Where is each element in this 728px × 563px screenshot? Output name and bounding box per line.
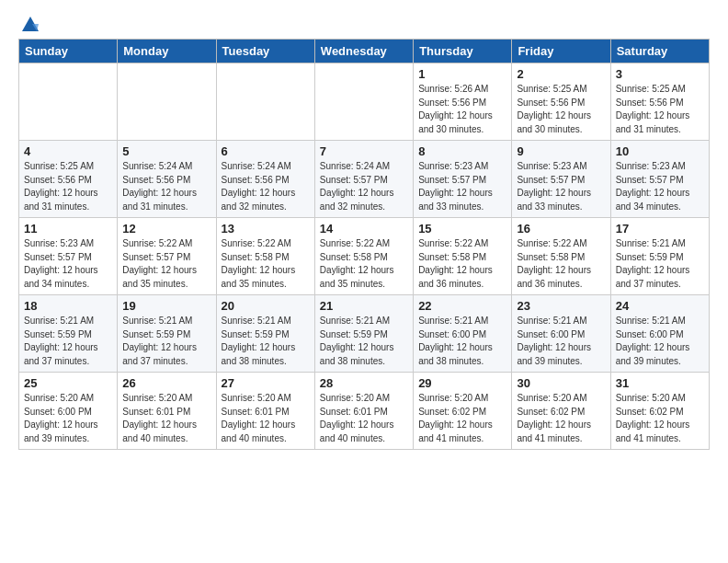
day-number: 3: [616, 67, 704, 81]
day-number: 8: [418, 144, 506, 158]
header: [18, 15, 710, 31]
day-info: Sunrise: 5:23 AMSunset: 5:57 PMDaylight:…: [616, 160, 704, 213]
day-info: Sunrise: 5:25 AMSunset: 5:56 PMDaylight:…: [616, 83, 704, 136]
day-number: 29: [418, 376, 506, 390]
calendar-week-1: 1Sunrise: 5:26 AMSunset: 5:56 PMDaylight…: [19, 63, 710, 141]
calendar-cell: 9Sunrise: 5:23 AMSunset: 5:57 PMDaylight…: [512, 141, 610, 218]
day-info: Sunrise: 5:25 AMSunset: 5:56 PMDaylight:…: [517, 83, 605, 136]
calendar-cell: 10Sunrise: 5:23 AMSunset: 5:57 PMDayligh…: [610, 141, 709, 218]
day-info: Sunrise: 5:22 AMSunset: 5:57 PMDaylight:…: [122, 237, 210, 291]
calendar-cell: 15Sunrise: 5:22 AMSunset: 5:58 PMDayligh…: [414, 218, 512, 295]
calendar-cell: 1Sunrise: 5:26 AMSunset: 5:56 PMDaylight…: [414, 63, 512, 141]
calendar-cell: 29Sunrise: 5:20 AMSunset: 6:02 PMDayligh…: [414, 373, 512, 450]
day-number: 31: [616, 376, 704, 390]
page-container: SundayMondayTuesdayWednesdayThursdayFrid…: [0, 0, 728, 459]
weekday-header-monday: Monday: [118, 40, 216, 63]
day-number: 22: [418, 299, 506, 313]
calendar-cell: 11Sunrise: 5:23 AMSunset: 5:57 PMDayligh…: [19, 218, 118, 295]
weekday-header-sunday: Sunday: [19, 40, 118, 63]
day-number: 28: [320, 376, 408, 390]
calendar-cell: 4Sunrise: 5:25 AMSunset: 5:56 PMDaylight…: [19, 141, 118, 218]
calendar-cell: 2Sunrise: 5:25 AMSunset: 5:56 PMDaylight…: [512, 63, 610, 141]
day-info: Sunrise: 5:21 AMSunset: 6:00 PMDaylight:…: [418, 315, 506, 368]
calendar-cell: 7Sunrise: 5:24 AMSunset: 5:57 PMDaylight…: [314, 141, 413, 218]
day-number: 25: [24, 376, 112, 390]
day-info: Sunrise: 5:21 AMSunset: 6:00 PMDaylight:…: [517, 315, 605, 368]
day-number: 1: [418, 67, 506, 81]
weekday-header-thursday: Thursday: [414, 40, 512, 63]
calendar-cell: 16Sunrise: 5:22 AMSunset: 5:58 PMDayligh…: [512, 218, 610, 295]
day-number: 26: [122, 376, 210, 390]
day-number: 20: [222, 299, 310, 313]
calendar-cell: 24Sunrise: 5:21 AMSunset: 6:00 PMDayligh…: [610, 295, 709, 373]
day-info: Sunrise: 5:22 AMSunset: 5:58 PMDaylight:…: [320, 237, 408, 291]
day-info: Sunrise: 5:24 AMSunset: 5:56 PMDaylight:…: [122, 160, 210, 213]
calendar-cell: 26Sunrise: 5:20 AMSunset: 6:01 PMDayligh…: [118, 373, 216, 450]
calendar-cell: 25Sunrise: 5:20 AMSunset: 6:00 PMDayligh…: [19, 373, 118, 450]
day-number: 14: [320, 222, 408, 236]
day-info: Sunrise: 5:21 AMSunset: 5:59 PMDaylight:…: [24, 315, 112, 368]
day-number: 4: [24, 144, 112, 158]
calendar-cell: 23Sunrise: 5:21 AMSunset: 6:00 PMDayligh…: [512, 295, 610, 373]
day-info: Sunrise: 5:21 AMSunset: 5:59 PMDaylight:…: [320, 315, 408, 368]
calendar-cell: 5Sunrise: 5:24 AMSunset: 5:56 PMDaylight…: [118, 141, 216, 218]
calendar-cell: 22Sunrise: 5:21 AMSunset: 6:00 PMDayligh…: [414, 295, 512, 373]
calendar-cell: 30Sunrise: 5:20 AMSunset: 6:02 PMDayligh…: [512, 373, 610, 450]
calendar-week-2: 4Sunrise: 5:25 AMSunset: 5:56 PMDaylight…: [19, 141, 710, 218]
day-info: Sunrise: 5:24 AMSunset: 5:57 PMDaylight:…: [320, 160, 408, 213]
day-number: 19: [122, 299, 210, 313]
calendar-cell: 28Sunrise: 5:20 AMSunset: 6:01 PMDayligh…: [314, 373, 413, 450]
weekday-header-tuesday: Tuesday: [216, 40, 314, 63]
day-info: Sunrise: 5:20 AMSunset: 6:01 PMDaylight:…: [320, 392, 408, 445]
day-info: Sunrise: 5:23 AMSunset: 5:57 PMDaylight:…: [418, 160, 506, 213]
day-number: 2: [517, 67, 605, 81]
calendar-cell: 18Sunrise: 5:21 AMSunset: 5:59 PMDayligh…: [19, 295, 118, 373]
day-info: Sunrise: 5:21 AMSunset: 6:00 PMDaylight:…: [616, 315, 704, 368]
day-info: Sunrise: 5:23 AMSunset: 5:57 PMDaylight:…: [24, 237, 112, 291]
day-number: 7: [320, 144, 408, 158]
calendar-cell: [216, 63, 314, 141]
weekday-header-wednesday: Wednesday: [314, 40, 413, 63]
day-number: 11: [24, 222, 112, 236]
calendar-cell: 17Sunrise: 5:21 AMSunset: 5:59 PMDayligh…: [610, 218, 709, 295]
weekday-header-row: SundayMondayTuesdayWednesdayThursdayFrid…: [19, 40, 710, 63]
day-info: Sunrise: 5:20 AMSunset: 6:02 PMDaylight:…: [616, 392, 704, 445]
day-number: 6: [222, 144, 310, 158]
calendar-week-3: 11Sunrise: 5:23 AMSunset: 5:57 PMDayligh…: [19, 218, 710, 295]
calendar-table: SundayMondayTuesdayWednesdayThursdayFrid…: [18, 39, 710, 450]
day-info: Sunrise: 5:20 AMSunset: 6:00 PMDaylight:…: [24, 392, 112, 445]
weekday-header-saturday: Saturday: [610, 40, 709, 63]
day-number: 23: [517, 299, 605, 313]
day-number: 9: [517, 144, 605, 158]
day-info: Sunrise: 5:21 AMSunset: 5:59 PMDaylight:…: [122, 315, 210, 368]
calendar-cell: 20Sunrise: 5:21 AMSunset: 5:59 PMDayligh…: [216, 295, 314, 373]
day-info: Sunrise: 5:22 AMSunset: 5:58 PMDaylight:…: [222, 237, 310, 291]
day-info: Sunrise: 5:21 AMSunset: 5:59 PMDaylight:…: [616, 237, 704, 291]
day-number: 27: [222, 376, 310, 390]
day-number: 13: [222, 222, 310, 236]
day-info: Sunrise: 5:20 AMSunset: 6:01 PMDaylight:…: [222, 392, 310, 445]
calendar-cell: 21Sunrise: 5:21 AMSunset: 5:59 PMDayligh…: [314, 295, 413, 373]
calendar-cell: 13Sunrise: 5:22 AMSunset: 5:58 PMDayligh…: [216, 218, 314, 295]
day-number: 16: [517, 222, 605, 236]
calendar-cell: 3Sunrise: 5:25 AMSunset: 5:56 PMDaylight…: [610, 63, 709, 141]
calendar-week-4: 18Sunrise: 5:21 AMSunset: 5:59 PMDayligh…: [19, 295, 710, 373]
day-number: 10: [616, 144, 704, 158]
day-info: Sunrise: 5:20 AMSunset: 6:02 PMDaylight:…: [418, 392, 506, 445]
calendar-week-5: 25Sunrise: 5:20 AMSunset: 6:00 PMDayligh…: [19, 373, 710, 450]
weekday-header-friday: Friday: [512, 40, 610, 63]
calendar-cell: 6Sunrise: 5:24 AMSunset: 5:56 PMDaylight…: [216, 141, 314, 218]
calendar-cell: 12Sunrise: 5:22 AMSunset: 5:57 PMDayligh…: [118, 218, 216, 295]
day-number: 5: [122, 144, 210, 158]
day-number: 18: [24, 299, 112, 313]
day-number: 30: [517, 376, 605, 390]
day-info: Sunrise: 5:22 AMSunset: 5:58 PMDaylight:…: [517, 237, 605, 291]
calendar-cell: 31Sunrise: 5:20 AMSunset: 6:02 PMDayligh…: [610, 373, 709, 450]
day-info: Sunrise: 5:25 AMSunset: 5:56 PMDaylight:…: [24, 160, 112, 213]
day-info: Sunrise: 5:22 AMSunset: 5:58 PMDaylight:…: [418, 237, 506, 291]
calendar-cell: [118, 63, 216, 141]
logo: [18, 15, 42, 31]
day-info: Sunrise: 5:20 AMSunset: 6:01 PMDaylight:…: [122, 392, 210, 445]
calendar-cell: 27Sunrise: 5:20 AMSunset: 6:01 PMDayligh…: [216, 373, 314, 450]
day-info: Sunrise: 5:20 AMSunset: 6:02 PMDaylight:…: [517, 392, 605, 445]
